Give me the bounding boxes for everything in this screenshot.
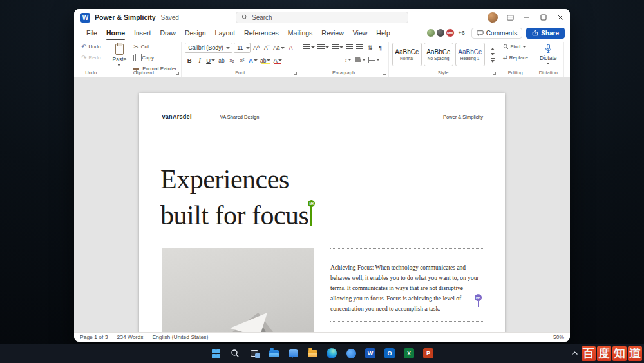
shrink-font-button[interactable]: Aˇ xyxy=(262,43,271,53)
tab-references[interactable]: References xyxy=(240,27,283,39)
photo-placeholder-shapes xyxy=(162,248,314,332)
collaborator-avatar-2[interactable] xyxy=(436,28,445,37)
undo-button[interactable]: ↶ Undo xyxy=(80,43,102,51)
multilevel-list-button[interactable] xyxy=(331,43,344,52)
replace-button[interactable]: ⇄ Replace xyxy=(502,54,529,62)
tab-home[interactable]: Home xyxy=(102,27,129,39)
shading-button[interactable] xyxy=(354,55,366,64)
cut-button[interactable]: ✂ Cut xyxy=(132,43,178,51)
tab-draw[interactable]: Draw xyxy=(155,27,180,39)
taskbar-search-button[interactable] xyxy=(228,346,242,360)
paragraph-dialog-launcher-icon[interactable] xyxy=(383,72,386,75)
edge-button[interactable] xyxy=(325,346,339,360)
editor-button[interactable]: Editor xyxy=(567,43,570,63)
more-styles-icon xyxy=(491,58,495,62)
align-center-button[interactable] xyxy=(313,55,322,64)
page-indicator[interactable]: Page 1 of 3 xyxy=(80,334,108,340)
comments-button[interactable]: Comments xyxy=(471,28,522,39)
language-indicator[interactable]: English (United States) xyxy=(152,334,208,340)
paste-button[interactable]: Paste xyxy=(109,43,130,67)
shading-dropdown-icon xyxy=(362,59,366,61)
document-page[interactable]: VanArsdel VA Shared Design Power & Simpl… xyxy=(139,93,505,332)
document-image[interactable] xyxy=(162,248,314,332)
tab-view[interactable]: View xyxy=(348,27,372,39)
style-gallery-up-button[interactable] xyxy=(491,48,495,50)
style-gallery-more-button[interactable] xyxy=(491,58,495,62)
chat-bubble-icon xyxy=(289,349,298,357)
windows-start-button[interactable] xyxy=(209,346,223,360)
tab-review[interactable]: Review xyxy=(317,27,348,39)
subscript-button[interactable]: x₂ xyxy=(227,55,236,65)
numbering-button[interactable] xyxy=(317,43,330,52)
find-button[interactable]: Find xyxy=(502,43,529,51)
styles-dialog-launcher-icon[interactable] xyxy=(493,72,496,75)
word-count[interactable]: 234 Words xyxy=(117,334,143,340)
document-text-column[interactable]: Achieving Focus: When technology communi… xyxy=(330,248,483,332)
collaborator-overflow-badge[interactable]: +6 xyxy=(459,30,465,36)
dictate-button[interactable]: Dictate xyxy=(536,43,560,66)
excel-taskbar-button[interactable]: X xyxy=(402,346,416,360)
grow-font-button[interactable]: A^ xyxy=(252,43,261,53)
task-view-button[interactable] xyxy=(247,346,261,360)
decrease-indent-button[interactable] xyxy=(345,43,354,52)
outlook-taskbar-button[interactable]: O xyxy=(383,346,397,360)
style-no-spacing[interactable]: AaBbCc No Spacing xyxy=(424,43,453,66)
search-box[interactable]: Search xyxy=(236,12,408,23)
share-button[interactable]: Share xyxy=(526,28,565,39)
file-explorer-button[interactable] xyxy=(267,346,281,360)
tab-design[interactable]: Design xyxy=(180,27,211,39)
tab-layout[interactable]: Layout xyxy=(211,27,240,39)
align-right-button[interactable] xyxy=(323,55,332,64)
style-gallery-down-button[interactable] xyxy=(491,53,495,55)
tab-help[interactable]: Help xyxy=(372,27,395,39)
save-status[interactable]: Saved xyxy=(161,14,179,21)
sort-button[interactable]: ⇅ xyxy=(366,43,375,52)
tab-insert[interactable]: Insert xyxy=(129,27,155,39)
style-normal[interactable]: AaBbCc Normal xyxy=(392,43,422,66)
tab-mailings[interactable]: Mailings xyxy=(283,27,317,39)
tab-file[interactable]: File xyxy=(82,27,102,39)
collaborator-avatar-1[interactable] xyxy=(426,28,435,37)
bullets-button[interactable] xyxy=(303,43,316,52)
line-spacing-button[interactable]: ↕ xyxy=(344,55,353,64)
teams-chat-button[interactable] xyxy=(286,346,300,360)
font-name-combo[interactable]: Calibri (Body) xyxy=(185,43,232,53)
clipboard-dialog-launcher-icon[interactable] xyxy=(176,72,179,75)
justify-button[interactable] xyxy=(334,55,343,64)
font-dialog-launcher-icon[interactable] xyxy=(294,72,297,75)
show-hide-marks-button[interactable]: ¶ xyxy=(376,43,385,52)
increase-indent-button[interactable] xyxy=(355,43,365,52)
text-effects-button[interactable]: A xyxy=(248,55,258,65)
blue-app-button[interactable] xyxy=(344,346,358,360)
ribbon-tabs: File Home Insert Draw Design Layout Refe… xyxy=(82,27,395,39)
collaborator-avatar-3[interactable]: MM xyxy=(446,28,455,37)
style-heading-1[interactable]: AaBbCc Heading 1 xyxy=(455,43,485,66)
document-heading[interactable]: Experiences built for focusMK xyxy=(160,161,312,233)
highlight-button[interactable]: ab xyxy=(260,55,271,65)
change-case-button[interactable]: Aa xyxy=(272,43,285,53)
clear-formatting-button[interactable]: A xyxy=(287,43,296,53)
minimize-button[interactable] xyxy=(522,13,531,22)
font-size-combo[interactable]: 11 xyxy=(234,43,251,53)
body-paragraph[interactable]: Achieving Focus: When technology communi… xyxy=(330,262,483,314)
borders-button[interactable] xyxy=(368,55,381,64)
bold-button[interactable]: B xyxy=(185,55,194,65)
strikethrough-button[interactable]: ab xyxy=(217,55,226,65)
font-color-button[interactable]: A xyxy=(272,55,282,65)
superscript-button[interactable]: x² xyxy=(238,55,247,65)
ribbon-display-options-icon[interactable] xyxy=(506,13,515,22)
underline-button[interactable]: U xyxy=(205,55,216,65)
word-taskbar-button[interactable]: W xyxy=(363,346,377,360)
powerpoint-taskbar-button[interactable]: P xyxy=(421,346,435,360)
copy-button[interactable]: Copy xyxy=(132,54,178,62)
maximize-button[interactable] xyxy=(539,13,548,22)
taskbar-overflow-chevron[interactable] xyxy=(571,351,578,356)
align-left-button[interactable] xyxy=(303,55,312,64)
close-button[interactable] xyxy=(556,13,565,22)
folder-app-button[interactable] xyxy=(305,346,319,360)
page-header[interactable]: VanArsdel VA Shared Design Power & Simpl… xyxy=(162,113,483,120)
user-avatar[interactable] xyxy=(488,12,498,23)
redo-button[interactable]: ↷ Redo xyxy=(80,54,102,62)
italic-button[interactable]: I xyxy=(195,55,204,65)
zoom-level[interactable]: 50% xyxy=(553,334,564,340)
